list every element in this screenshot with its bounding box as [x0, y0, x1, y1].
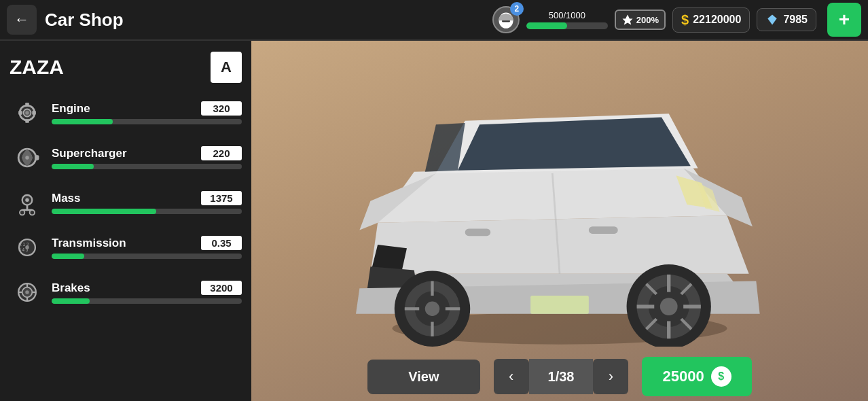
- diamond-display: 7985: [757, 8, 816, 31]
- transmission-bar-fill: [52, 254, 84, 259]
- stat-row-brakes: Brakes 3200: [10, 275, 242, 310]
- boost-label: 200%: [636, 15, 659, 25]
- car-display: [251, 41, 868, 347]
- mass-label: Mass: [52, 192, 81, 205]
- avatar-badge: 2: [510, 2, 524, 16]
- supercharger-value: 220: [201, 146, 242, 160]
- grade-badge: A: [211, 52, 242, 83]
- svg-point-27: [25, 290, 29, 294]
- transmission-icon: R 1 2 3 4 5: [10, 230, 45, 265]
- supercharger-label: Supercharger: [52, 147, 127, 160]
- svg-rect-65: [465, 228, 491, 236]
- car-name: ZAZA: [10, 56, 64, 79]
- xp-label: 500/1000: [549, 10, 585, 20]
- supercharger-bar: [52, 164, 242, 169]
- back-icon: ←: [14, 11, 29, 29]
- engine-label: Engine: [52, 102, 90, 116]
- brakes-bar: [52, 298, 242, 304]
- engine-label-row: Engine 320: [52, 101, 242, 116]
- bottom-bar: View ‹ 1/38 › 25000 $: [251, 352, 868, 401]
- svg-rect-8: [25, 103, 29, 107]
- svg-rect-9: [25, 119, 29, 123]
- svg-marker-33: [458, 118, 691, 171]
- page-indicator: 1/38: [529, 359, 594, 394]
- supercharger-bar-fill: [52, 164, 94, 169]
- transmission-value: 0.35: [201, 236, 242, 250]
- xp-bar-container: 500/1000: [526, 10, 608, 29]
- svg-point-16: [25, 198, 29, 203]
- dollar-icon: $: [711, 366, 731, 387]
- top-bar: ← Car Shop 2 500/1000: [0, 0, 868, 41]
- next-button[interactable]: ›: [593, 359, 628, 394]
- brakes-label-row: Brakes 3200: [52, 281, 242, 295]
- brakes-stat-info: Brakes 3200: [52, 281, 242, 304]
- svg-point-19: [20, 210, 24, 215]
- brakes-value: 3200: [201, 281, 242, 295]
- svg-point-24: [25, 245, 29, 249]
- stat-row-transmission: R 1 2 3 4 5 Transmission 0.35: [10, 230, 242, 265]
- car-svg: [251, 41, 868, 347]
- back-button[interactable]: ←: [7, 5, 37, 35]
- engine-stat-info: Engine 320: [52, 101, 242, 124]
- prev-button[interactable]: ‹: [494, 359, 529, 394]
- money-display: $ 22120000: [672, 7, 750, 33]
- svg-point-46: [660, 298, 678, 315]
- svg-rect-6: [18, 111, 22, 115]
- transmission-label: Transmission: [52, 237, 126, 250]
- money-icon: $: [681, 12, 689, 28]
- transmission-stat-info: Transmission 0.35: [52, 236, 242, 259]
- diamond-amount: 7985: [783, 14, 808, 26]
- boost-badge: 200%: [615, 10, 666, 30]
- xp-fill: [526, 22, 567, 29]
- left-panel: ZAZA A Engine 320: [0, 41, 251, 401]
- supercharger-stat-info: Supercharger 220: [52, 146, 242, 169]
- buy-button[interactable]: 25000 $: [642, 357, 751, 396]
- car-name-row: ZAZA A: [10, 52, 242, 83]
- engine-bar: [52, 119, 242, 124]
- svg-rect-41: [530, 296, 589, 314]
- svg-rect-64: [589, 226, 618, 234]
- engine-bar-fill: [52, 119, 113, 124]
- svg-point-13: [25, 156, 29, 160]
- mass-bar: [52, 209, 242, 214]
- main-content: ZAZA A Engine 320: [0, 41, 868, 401]
- svg-marker-3: [768, 15, 777, 25]
- supercharger-label-row: Supercharger 220: [52, 146, 242, 160]
- svg-point-58: [425, 302, 439, 316]
- mass-label-row: Mass 1375: [52, 191, 242, 205]
- mass-icon: [10, 185, 45, 220]
- buy-price: 25000: [662, 368, 704, 385]
- mass-stat-info: Mass 1375: [52, 191, 242, 214]
- brakes-bar-fill: [52, 298, 90, 304]
- svg-point-10: [25, 111, 29, 115]
- mass-value: 1375: [201, 191, 242, 205]
- stat-row-engine: Engine 320: [10, 95, 242, 130]
- stat-row-supercharger: Supercharger 220: [10, 140, 242, 175]
- svg-point-20: [30, 210, 35, 215]
- svg-rect-14: [35, 155, 39, 160]
- engine-value: 320: [201, 101, 242, 116]
- view-button[interactable]: View: [367, 360, 480, 394]
- nav-group: ‹ 1/38 ›: [494, 359, 629, 394]
- add-currency-button[interactable]: +: [827, 3, 861, 37]
- stat-row-mass: Mass 1375: [10, 185, 242, 220]
- brakes-icon: [10, 275, 45, 310]
- avatar-container: 2: [492, 6, 520, 33]
- money-amount: 22120000: [693, 14, 741, 26]
- transmission-label-row: Transmission 0.35: [52, 236, 242, 250]
- brakes-label: Brakes: [52, 281, 90, 295]
- right-panel: View ‹ 1/38 › 25000 $: [251, 41, 868, 401]
- engine-icon: [10, 95, 45, 130]
- svg-rect-7: [32, 111, 35, 115]
- supercharger-icon: [10, 140, 45, 175]
- xp-bar: [526, 22, 608, 29]
- top-bar-center: 2 500/1000 200% $ 22120000 7985 +: [492, 3, 861, 37]
- shop-title: Car Shop: [45, 10, 124, 31]
- transmission-bar: [52, 254, 242, 259]
- svg-marker-2: [622, 15, 632, 25]
- mass-bar-fill: [52, 209, 156, 214]
